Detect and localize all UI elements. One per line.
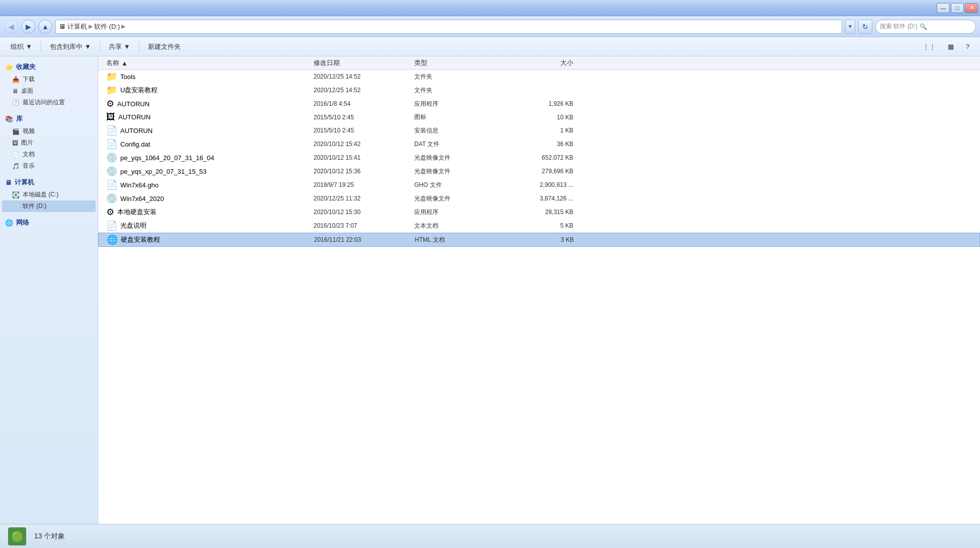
- file-icon: 🖼: [106, 112, 115, 122]
- computer-section: 🖥 计算机 💽 本地磁盘 (C:) 💿 软件 (D:): [2, 176, 96, 212]
- view-options-button[interactable]: ⋮⋮: [917, 40, 941, 54]
- computer-icon-sidebar: 🖥: [5, 179, 12, 186]
- file-icon: 🌐: [107, 234, 118, 245]
- file-type: 文本文档: [410, 222, 501, 230]
- file-size: 652,072 KB: [501, 154, 581, 161]
- file-type: GHO 文件: [410, 181, 501, 189]
- file-type: 光盘映像文件: [410, 194, 501, 203]
- breadcrumb[interactable]: 计算机 ▶ 软件 (D:) ▶: [67, 22, 125, 31]
- table-row[interactable]: 📄 Config.dat 2020/10/12 15:42 DAT 文件 36 …: [98, 138, 980, 151]
- minimize-button[interactable]: —: [937, 3, 950, 13]
- document-icon: 📄: [12, 151, 20, 158]
- star-icon: ⭐: [5, 63, 13, 71]
- sidebar-item-video[interactable]: 🎬 视频: [2, 125, 96, 137]
- file-name: 硬盘安装教程: [121, 235, 160, 244]
- col-header-date[interactable]: 修改日期: [310, 58, 410, 67]
- crumb-computer[interactable]: 计算机: [67, 22, 87, 31]
- file-icon: 📄: [106, 125, 117, 136]
- refresh-button[interactable]: ↻: [858, 20, 872, 34]
- sidebar-item-download[interactable]: 📥 下载: [2, 74, 96, 85]
- table-row[interactable]: 💿 pe_yqs_1064_20_07_31_16_04 2020/10/12 …: [98, 151, 980, 165]
- include-library-button[interactable]: 包含到库中 ▼: [44, 40, 97, 54]
- nav-bar: ◀ ▶ ▲ 🖥 计算机 ▶ 软件 (D:) ▶ ▼ ↻ 搜索 软件 (D:) 🔍: [0, 16, 980, 37]
- sidebar-item-music[interactable]: 🎵 音乐: [2, 160, 96, 172]
- up-button[interactable]: ▲: [38, 20, 52, 34]
- crumb-sep-2: ▶: [121, 23, 125, 30]
- table-row[interactable]: 💿 pe_yqs_xp_20_07_31_15_53 2020/10/12 15…: [98, 165, 980, 178]
- share-dropdown-icon: ▼: [124, 43, 130, 50]
- crumb-drive[interactable]: 软件 (D:): [94, 22, 120, 31]
- file-size: 28,315 KB: [501, 209, 581, 216]
- table-row[interactable]: 💿 Win7x64_2020 2020/12/25 11:32 光盘映像文件 3…: [98, 192, 980, 206]
- file-type: 应用程序: [410, 100, 501, 108]
- col-header-type[interactable]: 类型: [410, 58, 501, 67]
- maximize-button[interactable]: □: [951, 3, 964, 13]
- sidebar-item-drive-c[interactable]: 💽 本地磁盘 (C:): [2, 189, 96, 200]
- file-date: 2019/9/7 19:25: [310, 181, 410, 188]
- back-button[interactable]: ◀: [4, 20, 18, 34]
- file-type: DAT 文件: [410, 140, 501, 149]
- network-header[interactable]: 🌐 网络: [2, 216, 96, 229]
- table-row[interactable]: 📄 Win7x64.gho 2019/9/7 19:25 GHO 文件 2,90…: [98, 178, 980, 192]
- table-row[interactable]: 🖼 AUTORUN 2015/5/10 2:45 图标 10 KB: [98, 111, 980, 124]
- table-row[interactable]: ⚙ AUTORUN 2016/1/8 4:54 应用程序 1,926 KB: [98, 97, 980, 111]
- video-icon: 🎬: [12, 128, 20, 135]
- close-button[interactable]: ✕: [965, 3, 978, 13]
- help-button[interactable]: ?: [960, 40, 975, 54]
- col-header-name[interactable]: 名称 ▲: [98, 58, 310, 67]
- file-icon: 💿: [106, 152, 117, 163]
- toolbar: 组织 ▼ 包含到库中 ▼ 共享 ▼ 新建文件夹 ⋮⋮ ▦ ?: [0, 37, 980, 56]
- download-label: 下载: [23, 75, 35, 84]
- desktop-label: 桌面: [21, 87, 33, 95]
- include-library-label: 包含到库中: [50, 42, 83, 51]
- file-date: 2015/5/10 2:45: [310, 127, 410, 134]
- status-count: 13 个对象: [34, 532, 65, 541]
- file-type: 图标: [410, 113, 501, 121]
- sidebar-item-image[interactable]: 🖼 图片: [2, 137, 96, 149]
- share-button[interactable]: 共享 ▼: [103, 40, 136, 54]
- forward-button[interactable]: ▶: [21, 20, 35, 34]
- status-icon: 🟢: [8, 527, 26, 545]
- sidebar-item-document[interactable]: 📄 文档: [2, 149, 96, 160]
- file-size: 5 KB: [501, 222, 581, 229]
- computer-header[interactable]: 🖥 计算机: [2, 176, 96, 189]
- toolbar-sep-2: [100, 41, 100, 52]
- image-icon: 🖼: [12, 140, 18, 147]
- table-row[interactable]: ⚙ 本地硬盘安装 2020/10/12 15:30 应用程序 28,315 KB: [98, 206, 980, 219]
- recent-label: 最近访问的位置: [23, 98, 65, 107]
- download-icon: 📥: [12, 76, 20, 83]
- file-size: 279,696 KB: [501, 168, 581, 175]
- details-pane-button[interactable]: ▦: [942, 40, 959, 54]
- file-size: 3 KB: [501, 236, 582, 243]
- sidebar-item-drive-d[interactable]: 💿 软件 (D:): [2, 200, 96, 212]
- file-icon: 📄: [106, 139, 117, 150]
- library-header[interactable]: 📚 库: [2, 112, 96, 125]
- organize-button[interactable]: 组织 ▼: [5, 40, 38, 54]
- drive-d-icon: 💿: [12, 203, 20, 210]
- recent-icon: 🕐: [12, 99, 20, 106]
- file-date: 2016/10/23 7:07: [310, 222, 410, 229]
- table-row[interactable]: 📁 Tools 2020/12/25 14:52 文件夹: [98, 70, 980, 84]
- sidebar-item-desktop[interactable]: 🖥 桌面: [2, 85, 96, 97]
- organize-dropdown-icon: ▼: [26, 43, 32, 50]
- col-header-size[interactable]: 大小: [501, 58, 581, 67]
- file-date: 2020/12/25 14:52: [310, 73, 410, 80]
- search-box[interactable]: 搜索 软件 (D:) 🔍: [875, 20, 976, 34]
- sidebar-item-recent[interactable]: 🕐 最近访问的位置: [2, 97, 96, 108]
- new-folder-button[interactable]: 新建文件夹: [142, 40, 186, 54]
- address-dropdown[interactable]: ▼: [845, 20, 855, 34]
- table-row[interactable]: 📄 光盘说明 2016/10/23 7:07 文本文档 5 KB: [98, 219, 980, 233]
- file-icon: ⚙: [106, 98, 114, 109]
- drive-c-label: 本地磁盘 (C:): [23, 190, 58, 199]
- file-name: U盘安装教程: [120, 86, 158, 95]
- table-row[interactable]: 🌐 硬盘安装教程 2016/11/21 22:03 HTML 文档 3 KB: [98, 233, 980, 247]
- table-row[interactable]: 📁 U盘安装教程 2020/12/25 14:52 文件夹: [98, 84, 980, 97]
- file-date: 2015/5/10 2:45: [310, 114, 410, 121]
- favorites-header[interactable]: ⭐ 收藏夹: [2, 60, 96, 74]
- table-row[interactable]: 📄 AUTORUN 2015/5/10 2:45 安装信息 1 KB: [98, 124, 980, 138]
- file-type: 文件夹: [410, 73, 501, 81]
- new-folder-label: 新建文件夹: [148, 42, 181, 51]
- file-icon: ⚙: [106, 207, 114, 218]
- library-section: 📚 库 🎬 视频 🖼 图片 📄 文档 🎵 音乐: [2, 112, 96, 172]
- file-type: 文件夹: [410, 86, 501, 95]
